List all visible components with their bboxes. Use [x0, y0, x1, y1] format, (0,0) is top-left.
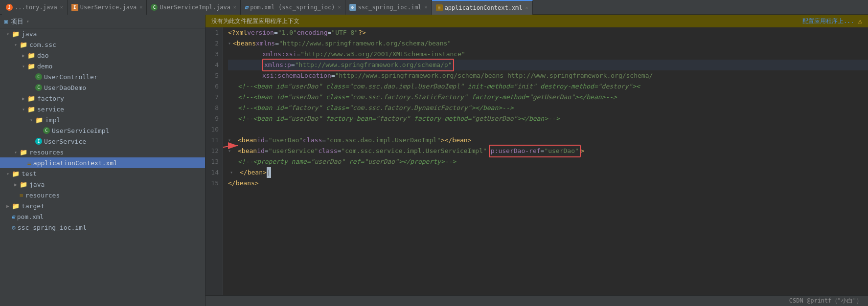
- fold-icon-11[interactable]: ▾: [228, 135, 231, 146]
- tab-tory-java[interactable]: J ...tory.java ✕: [2, 0, 68, 15]
- class-icon: C: [43, 127, 50, 134]
- xml-bracket: </: [228, 178, 236, 189]
- tab-iml[interactable]: ⚙ ssc_spring_ioc.iml ✕: [345, 0, 432, 15]
- xml-tag: bean: [248, 167, 263, 178]
- expand-arrow: ▾: [4, 171, 12, 176]
- tab-close-icon[interactable]: ✕: [139, 4, 142, 10]
- tree-item-impl[interactable]: ▾ 📁 impl: [0, 114, 205, 125]
- class-icon: C: [35, 73, 42, 80]
- tree-item-com-ssc[interactable]: ▾ 📁 com.ssc: [0, 39, 205, 50]
- tree-label: service: [37, 106, 64, 113]
- tree-item-userservice[interactable]: I UserService: [0, 136, 205, 147]
- code-line-4: xmlns:p="http://www.springframework.org/…: [228, 60, 868, 70]
- folder-icon: 📁: [35, 116, 43, 124]
- class-icon: C: [35, 84, 42, 91]
- code-line-15: </beans>: [228, 178, 868, 189]
- sidebar-title: 项目: [11, 17, 23, 26]
- fold-icon[interactable]: ▾: [228, 38, 231, 49]
- folder-icon: 📁: [12, 170, 20, 177]
- xml-comment: <!--: [238, 81, 253, 92]
- status-text: CSDN @printf（"小白"）: [789, 297, 862, 305]
- xml-icon: ≡: [20, 192, 23, 199]
- sidebar-dropdown-icon[interactable]: ▾: [26, 19, 29, 24]
- code-line-5: xsi:schemaLocation="http://www.springfra…: [228, 70, 868, 81]
- folder-icon: 📁: [27, 63, 35, 70]
- tree-item-service[interactable]: ▾ 📁 service: [0, 104, 205, 114]
- tree-label: dao: [37, 52, 48, 59]
- folder-icon: 📁: [20, 41, 27, 48]
- tab-close-icon[interactable]: ✕: [233, 4, 236, 10]
- tab-userservice-java[interactable]: I UserService.java ✕: [68, 0, 147, 15]
- xml-attr: xmlns:xsi: [262, 49, 297, 60]
- tree-item-userserviceimpl[interactable]: C UserServiceImpl: [0, 125, 205, 136]
- highlighted-p-attr: p:userDao-ref="userDao": [489, 145, 581, 157]
- tree-item-demo[interactable]: ▾ 📁 demo: [0, 61, 205, 71]
- fold-icon-14[interactable]: ▾: [230, 167, 233, 178]
- tab-bar: J ...tory.java ✕ I UserService.java ✕ C …: [0, 0, 868, 15]
- m-icon: m: [245, 4, 248, 11]
- tree-item-dao[interactable]: ▶ 📁 dao: [0, 50, 205, 61]
- tree-item-userdaodemo[interactable]: C UserDaoDemo: [0, 82, 205, 93]
- project-icon: ▣: [4, 18, 8, 25]
- code-line-13: <!-- <property name="userDao" ref="userD…: [228, 156, 868, 167]
- xml-bracket: ?>: [358, 27, 366, 38]
- expand-arrow: ▾: [20, 107, 27, 112]
- code-line-8: <!-- <bean id="factory" class="com.ssc.f…: [228, 103, 868, 113]
- code-line-7: <!-- <bean id="userDao" class="com.ssc.f…: [228, 92, 868, 103]
- folder-icon: 📁: [12, 202, 20, 210]
- xml-comment: <!--: [238, 156, 253, 167]
- expand-arrow: ▾: [27, 117, 35, 123]
- tree-label: UserDaoDemo: [44, 84, 86, 91]
- xml-tag: bean: [242, 135, 257, 146]
- tab-label: ...tory.java: [15, 4, 57, 11]
- xml-tag: beans: [236, 178, 255, 189]
- code-line-10: [228, 124, 868, 135]
- tree-label: ssc_spring_ioc.iml: [18, 224, 87, 231]
- configure-link[interactable]: 配置应用程序上...: [802, 17, 854, 25]
- tab-close-icon[interactable]: ✕: [425, 4, 428, 10]
- tab-close-icon[interactable]: ✕: [338, 4, 341, 10]
- tree-item-test-resources[interactable]: ≡ resources: [0, 190, 205, 200]
- tree-item-resources[interactable]: ▾ 📁 resources: [0, 147, 205, 157]
- interface-icon: I: [71, 4, 78, 11]
- tree-item-iml[interactable]: ⚙ ssc_spring_ioc.iml: [0, 222, 205, 233]
- tree-label: java: [29, 181, 45, 188]
- tree-item-pom-xml[interactable]: m pom.xml: [0, 211, 205, 222]
- tree-item-applicationcontext[interactable]: ≡ applicationContext.xml: [0, 157, 205, 168]
- app-xml-icon: ≡: [436, 4, 443, 11]
- tab-pom-xml[interactable]: m pom.xml (ssc_spring_ioc) ✕: [241, 0, 345, 15]
- folder-icon: 📁: [20, 149, 27, 156]
- tree-item-target[interactable]: ▶ 📁 target: [0, 200, 205, 211]
- tree-item-test[interactable]: ▾ 📁 test: [0, 168, 205, 179]
- iml-icon: ⚙: [349, 4, 356, 11]
- tree-item-java[interactable]: ▾ 📁 java: [0, 28, 205, 39]
- tree-item-test-java[interactable]: ▶ 📁 java: [0, 179, 205, 190]
- tree-item-factory[interactable]: ▶ 📁 factory: [0, 93, 205, 104]
- fold-icon-12[interactable]: ▾: [228, 146, 231, 156]
- tree-label: pom.xml: [17, 213, 44, 220]
- code-area: <?xml version="1.0" encoding="UTF-8" ?> …: [223, 27, 868, 295]
- sidebar-header: ▣ 项目 ▾: [0, 15, 205, 28]
- xml-comment: <bean id="userDao" class="com.ssc.dao.im…: [253, 81, 640, 92]
- expand-arrow: ▾: [12, 42, 20, 47]
- tree-label: UserServiceImpl: [52, 127, 109, 134]
- folder-icon: 📁: [27, 106, 35, 113]
- notice-text: 没有为此文件配置应用程序上下文: [211, 17, 299, 25]
- iml-icon: ⚙: [12, 224, 16, 231]
- xml-comment: <!--: [238, 103, 253, 113]
- tree-label: resources: [25, 192, 60, 199]
- editor-notice: 没有为此文件配置应用程序上下文 配置应用程序上... ⚠: [206, 15, 868, 27]
- tab-applicationcontext-xml[interactable]: ≡ applicationContext.xml ✕: [432, 0, 533, 15]
- expand-arrow: ▾: [12, 150, 20, 155]
- java-icon: J: [6, 4, 13, 11]
- xml-attr: class: [318, 146, 337, 156]
- tree-label: test: [22, 170, 37, 177]
- xml-bracket: </: [240, 167, 248, 178]
- xml-attr: xsi:schemaLocation: [262, 70, 331, 81]
- tab-close-icon[interactable]: ✕: [60, 4, 63, 10]
- tree-item-usercontroller[interactable]: C UserController: [0, 71, 205, 82]
- tab-close-icon[interactable]: ✕: [525, 5, 528, 10]
- expand-arrow: ▶: [4, 203, 12, 209]
- tab-userserviceimpl-java[interactable]: C UserServiceImpl.java ✕: [147, 0, 241, 15]
- editor: 没有为此文件配置应用程序上下文 配置应用程序上... ⚠ 12345 67891…: [206, 15, 868, 306]
